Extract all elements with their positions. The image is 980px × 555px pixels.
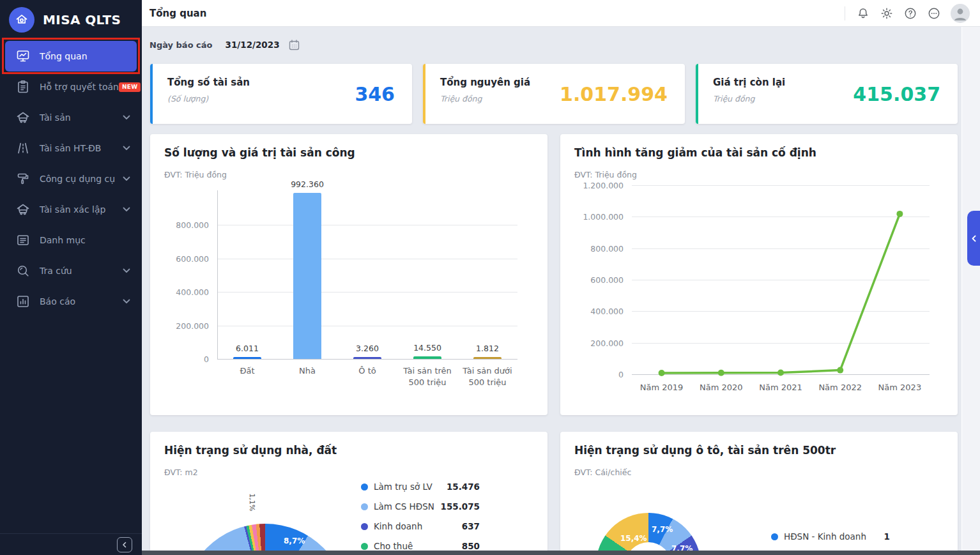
right-panel-toggle-button[interactable] (967, 211, 980, 266)
chevron-down-icon (123, 115, 130, 120)
sidebar-item-bao-cao[interactable]: Báo cáo (0, 286, 142, 317)
legend-item: Kinh doanh637 (361, 521, 480, 531)
bar (413, 356, 441, 359)
donut-percent-label: 7,7% (652, 525, 673, 534)
sidebar: MISA QLTS Tổng quanHỗ trợ quyết toánNEWT… (0, 0, 142, 555)
legend-label: Kinh doanh (374, 521, 422, 531)
summary-card-title: Giá trị còn lại (713, 77, 785, 88)
legend-dot (771, 533, 778, 540)
avatar[interactable] (951, 4, 970, 23)
catalog-icon (15, 232, 31, 248)
legend-label: Cho thuê (374, 541, 413, 551)
sidebar-item-tai-san-ht-db[interactable]: Tài sản HT-ĐB (0, 133, 142, 163)
bar-category-label: Tài sản dưới 500 triệu (454, 365, 521, 388)
summary-card-value: 1.017.994 (560, 83, 668, 105)
bell-icon[interactable] (856, 6, 870, 20)
new-badge: NEW (119, 82, 141, 92)
chevron-down-icon (123, 268, 130, 273)
pie-percent-label: 8,7% (284, 536, 305, 545)
sidebar-collapse-button[interactable] (117, 537, 132, 552)
report-icon (15, 294, 31, 309)
sidebar-menu: Tổng quanHỗ trợ quyết toánNEWTài sảnTài … (0, 41, 142, 317)
asset-establish-icon (15, 202, 31, 217)
line-chart: 0200.000400.000600.000800.0001.000.0001.… (560, 134, 958, 415)
sidebar-item-label: Tra cứu (40, 266, 72, 276)
bar (353, 357, 381, 359)
x-axis-label: Năm 2023 (866, 382, 933, 393)
bar-category-label: Đất (214, 365, 280, 377)
summary-card-subtitle: Triệu đồng (440, 94, 482, 103)
sidebar-item-label: Công cụ dụng cụ (40, 174, 115, 184)
chart-card-car-asset-usage: Hiện trạng sử dụng ô tô, tài sản trên 50… (560, 432, 958, 555)
bar (293, 193, 321, 359)
sidebar-item-label: Tài sản HT-ĐB (40, 143, 101, 153)
pie-chart: 8,7%1,1%Làm trụ sở LV15.476Làm CS HĐSN15… (150, 432, 547, 555)
help-icon[interactable] (903, 6, 917, 20)
legend-label: Làm trụ sở LV (374, 482, 433, 492)
sidebar-item-tong-quan[interactable]: Tổng quan (5, 41, 137, 72)
report-date-label: Ngày báo cáo (149, 40, 213, 50)
legend-item: Làm trụ sở LV15.476 (361, 482, 480, 492)
summary-card-title: Tổng số tài sản (167, 77, 250, 88)
bar-category-label: Nhà (274, 365, 341, 377)
chart-card-house-land-usage: Hiện trạng sử dụng nhà, đất ĐVT: m2 8,7%… (150, 432, 547, 555)
bottom-window-edge (142, 551, 980, 555)
legend-value: 1 (884, 531, 890, 542)
sidebar-item-danh-muc[interactable]: Danh mục (0, 225, 142, 255)
topbar: Tổng quan (142, 0, 980, 27)
sidebar-item-label: Tổng quan (40, 51, 88, 61)
bar-value-label: 3.260 (356, 344, 379, 353)
brand-name: MISA QLTS (43, 12, 121, 27)
chart-card-asset-value: Số lượng và giá trị tài sản công ĐVT: Tr… (150, 134, 547, 415)
summary-card-subtitle: (Số lượng) (167, 94, 208, 103)
legend-dot (361, 543, 368, 550)
gear-icon[interactable] (880, 6, 894, 20)
clipboard-icon (15, 79, 31, 95)
more-icon[interactable] (927, 6, 941, 20)
bar-category-label: Ô tô (334, 365, 401, 377)
right-scroll-gutter[interactable] (961, 27, 980, 555)
misa-logo-icon (9, 7, 34, 33)
legend-dot (361, 483, 368, 490)
sidebar-item-label: Hỗ trợ quyết toán (40, 82, 119, 92)
x-axis-label: Năm 2020 (688, 382, 754, 393)
legend-dot (361, 523, 368, 530)
bar-value-label: 992.360 (291, 179, 324, 189)
legend-item: Làm CS HĐSN155.075 (361, 501, 480, 512)
legend-item: HĐSN - Kinh doanh1 (771, 531, 890, 542)
sidebar-item-tai-san[interactable]: Tài sản (0, 102, 142, 133)
search-icon (15, 263, 31, 278)
sidebar-item-label: Tài sản xác lập (40, 204, 105, 215)
calendar-icon[interactable] (287, 38, 301, 52)
topbar-actions (845, 4, 970, 23)
legend-value: 850 (462, 541, 480, 551)
legend-value: 155.075 (441, 501, 480, 512)
card-accent-bar (150, 64, 153, 124)
chart-card-fixed-asset-trend: Tình hình tăng giảm của tài sản cố định … (560, 134, 958, 415)
bar-value-label: 6.011 (236, 344, 259, 353)
bar-value-label: 1.812 (476, 344, 499, 353)
sidebar-item-tra-cuu[interactable]: Tra cứu (0, 255, 142, 286)
tool-icon (15, 171, 31, 186)
donut-chart: 7,7%7,7%15,4%HĐSN - Kinh doanh1 (560, 432, 958, 555)
legend-label: Làm CS HĐSN (374, 501, 434, 512)
summary-card-title: Tổng nguyên giá (440, 77, 530, 88)
page-title: Tổng quan (149, 8, 206, 19)
topbar-divider (845, 6, 845, 20)
sidebar-item-label: Báo cáo (40, 296, 75, 307)
bar (233, 357, 261, 359)
summary-card-value: 415.037 (853, 83, 940, 105)
sidebar-item-tai-san-xac-lap[interactable]: Tài sản xác lập (0, 194, 142, 225)
misa-qlts-dashboard: MISA QLTS Tổng quanHỗ trợ quyết toánNEWT… (0, 0, 980, 555)
legend-value: 637 (462, 521, 480, 531)
report-date-value[interactable]: 31/12/2023 (226, 40, 280, 50)
legend-value: 15.476 (447, 482, 480, 492)
x-axis-label: Năm 2019 (629, 382, 695, 393)
chevron-down-icon (123, 146, 130, 151)
summary-card-subtitle: Triệu đồng (713, 94, 754, 103)
sidebar-item-ho-tro-quyet-toan[interactable]: Hỗ trợ quyết toánNEW (0, 72, 142, 102)
bar (473, 357, 501, 359)
sidebar-item-cong-cu-dung-cu[interactable]: Công cụ dụng cụ (0, 163, 142, 194)
bar-value-label: 14.550 (413, 343, 441, 353)
legend-label: HĐSN - Kinh doanh (784, 531, 866, 542)
